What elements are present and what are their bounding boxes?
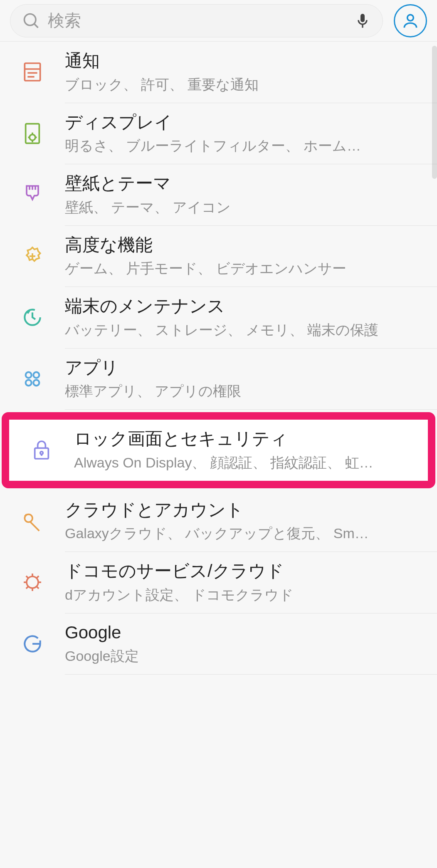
divider — [65, 674, 437, 675]
settings-item-display[interactable]: ディスプレイ 明るさ、 ブルーライトフィルター、 ホーム… — [0, 103, 437, 164]
settings-item-sub: 標準アプリ、 アプリの権限 — [65, 382, 420, 401]
maintenance-icon — [0, 306, 65, 329]
search-input[interactable]: 検索 — [10, 4, 383, 37]
settings-item-lockscreen[interactable]: ロック画面とセキュリティ Always On Display、 顔認証、 指紋認… — [9, 420, 428, 481]
cloud-icon — [0, 509, 65, 533]
settings-item-cloud[interactable]: クラウドとアカウント Galaxyクラウド、 バックアップと復元、 Sm… — [0, 491, 437, 552]
svg-point-26 — [33, 380, 39, 386]
display-icon — [0, 122, 65, 145]
settings-item-title: 高度な機能 — [65, 234, 420, 256]
notifications-icon — [0, 60, 65, 84]
advanced-icon — [0, 245, 65, 268]
svg-point-25 — [26, 380, 32, 386]
settings-item-sub: ブロック、 許可、 重要な通知 — [65, 75, 420, 94]
settings-item-sub: ゲーム、 片手モード、 ビデオエンハンサー — [65, 259, 420, 278]
settings-item-title: 壁紙とテーマ — [65, 173, 420, 195]
svg-point-0 — [25, 14, 36, 25]
search-placeholder: 検索 — [48, 9, 354, 32]
settings-item-apps[interactable]: アプリ 標準アプリ、 アプリの権限 — [0, 349, 437, 410]
svg-line-36 — [26, 576, 28, 578]
svg-rect-27 — [35, 448, 49, 459]
settings-item-maintenance[interactable]: 端末のメンテナンス バッテリー、 ストレージ、 メモリ、 端末の保護 — [0, 287, 437, 348]
settings-item-title: ロック画面とセキュリティ — [74, 428, 411, 450]
google-icon — [0, 632, 65, 655]
settings-item-notifications[interactable]: 通知 ブロック、 許可、 重要な通知 — [0, 42, 437, 103]
apps-icon — [0, 367, 65, 391]
settings-item-sub: Always On Display、 顔認証、 指紋認証、 虹… — [74, 453, 411, 472]
settings-item-title: クラウドとアカウント — [65, 499, 420, 521]
wallpaper-icon — [0, 183, 65, 206]
profile-button[interactable] — [394, 4, 427, 37]
settings-item-google[interactable]: Google Google設定 — [0, 613, 437, 675]
lock-icon — [9, 438, 74, 462]
settings-item-title: 通知 — [65, 50, 420, 72]
settings-item-title: ドコモのサービス/クラウド — [65, 560, 420, 582]
svg-line-39 — [37, 576, 39, 578]
settings-screen: 検索 通知 ブロック、 許可、 重要な通知 ディスプレイ — [0, 0, 437, 675]
highlighted-item: ロック画面とセキュリティ Always On Display、 顔認証、 指紋認… — [2, 412, 435, 488]
settings-item-title: 端末のメンテナンス — [65, 295, 420, 317]
settings-item-sub: バッテリー、 ストレージ、 メモリ、 端末の保護 — [65, 321, 420, 340]
svg-line-37 — [37, 587, 39, 589]
svg-rect-4 — [25, 63, 40, 81]
settings-item-title: Google — [65, 622, 420, 644]
search-icon — [22, 12, 40, 30]
svg-point-23 — [26, 372, 32, 378]
scrollbar[interactable] — [432, 46, 437, 179]
settings-item-sub: 壁紙、 テーマ、 アイコン — [65, 198, 420, 217]
settings-item-docomo[interactable]: ドコモのサービス/クラウド dアカウント設定、 ドコモクラウド — [0, 552, 437, 613]
mic-icon[interactable] — [354, 12, 371, 29]
settings-item-wallpaper[interactable]: 壁紙とテーマ 壁紙、 テーマ、 アイコン — [0, 164, 437, 225]
settings-item-title: ディスプレイ — [65, 111, 420, 134]
svg-point-31 — [27, 576, 38, 588]
svg-rect-2 — [362, 25, 363, 28]
svg-point-24 — [33, 372, 39, 378]
divider — [65, 409, 437, 410]
settings-item-advanced[interactable]: 高度な機能 ゲーム、 片手モード、 ビデオエンハンサー — [0, 226, 437, 287]
settings-item-sub: Google設定 — [65, 647, 420, 666]
svg-line-38 — [26, 587, 28, 589]
svg-point-28 — [40, 452, 43, 455]
settings-item-sub: 明るさ、 ブルーライトフィルター、 ホーム… — [65, 136, 420, 156]
docomo-icon — [0, 571, 65, 594]
settings-item-title: アプリ — [65, 357, 420, 379]
settings-list: 通知 ブロック、 許可、 重要な通知 ディスプレイ 明るさ、 ブルーライトフィル… — [0, 42, 437, 675]
settings-item-sub: Galaxyクラウド、 バックアップと復元、 Sm… — [65, 524, 420, 543]
svg-line-1 — [34, 24, 38, 27]
svg-point-12 — [30, 134, 35, 140]
settings-item-sub: dアカウント設定、 ドコモクラウド — [65, 586, 420, 605]
svg-point-3 — [407, 15, 414, 21]
header: 検索 — [0, 0, 437, 42]
